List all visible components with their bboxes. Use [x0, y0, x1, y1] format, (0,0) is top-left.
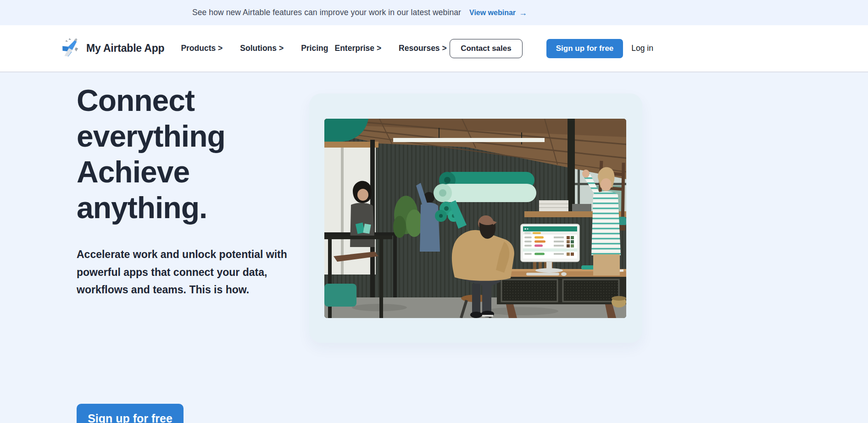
announcement-banner-content: See how new Airtable features can improv…	[0, 0, 719, 25]
brand-logo[interactable]: My Airtable App	[60, 38, 164, 60]
nav-actions: Contact sales Sign up for free Log in	[450, 39, 653, 58]
hero-image-card	[309, 93, 642, 343]
hero-heading-line: Achieve	[77, 154, 293, 190]
hero-heading-line: everything	[77, 118, 293, 154]
view-webinar-label: View webinar	[469, 9, 516, 17]
photo-light-fixture	[393, 138, 545, 142]
brand-title: My Airtable App	[86, 42, 164, 55]
airplane-logo-icon	[60, 38, 82, 60]
hero-paragraph: Accelerate work and unlock potential wit…	[77, 246, 293, 299]
contact-sales-button[interactable]: Contact sales	[450, 39, 523, 58]
hero-photo	[324, 119, 626, 318]
nav-item-pricing[interactable]: Pricing	[301, 44, 328, 53]
signup-button[interactable]: Sign up for free	[546, 39, 623, 58]
banner-message: See how new Airtable features can improv…	[192, 8, 461, 17]
nav-item-resources[interactable]: Resourses >	[399, 44, 447, 53]
top-navigation: My Airtable App Products > Solutions > P…	[0, 25, 868, 72]
nav-item-solutions[interactable]: Solutions >	[240, 44, 284, 53]
arrow-right-icon: →	[519, 9, 527, 17]
nav-item-enterprise[interactable]: Enterprise >	[334, 44, 381, 53]
hero-signup-button[interactable]: Sign up for free	[77, 404, 184, 423]
nav-item-products[interactable]: Products >	[181, 44, 223, 53]
top-navigation-content: My Airtable App Products > Solutions > P…	[0, 25, 719, 71]
hero-heading-line: Connect	[77, 82, 293, 118]
hero-section: Connect everything Achieve anything. Acc…	[0, 72, 868, 423]
hero-heading-line: anything.	[77, 190, 293, 225]
hero-heading: Connect everything Achieve anything.	[77, 82, 293, 225]
hero-copy: Connect everything Achieve anything. Acc…	[77, 82, 293, 299]
nav-links: Products > Solutions > Pricing Enterpris…	[181, 44, 446, 53]
view-webinar-link[interactable]: View webinar →	[469, 9, 527, 17]
announcement-banner: See how new Airtable features can improv…	[0, 0, 868, 25]
login-link[interactable]: Log in	[631, 44, 653, 53]
